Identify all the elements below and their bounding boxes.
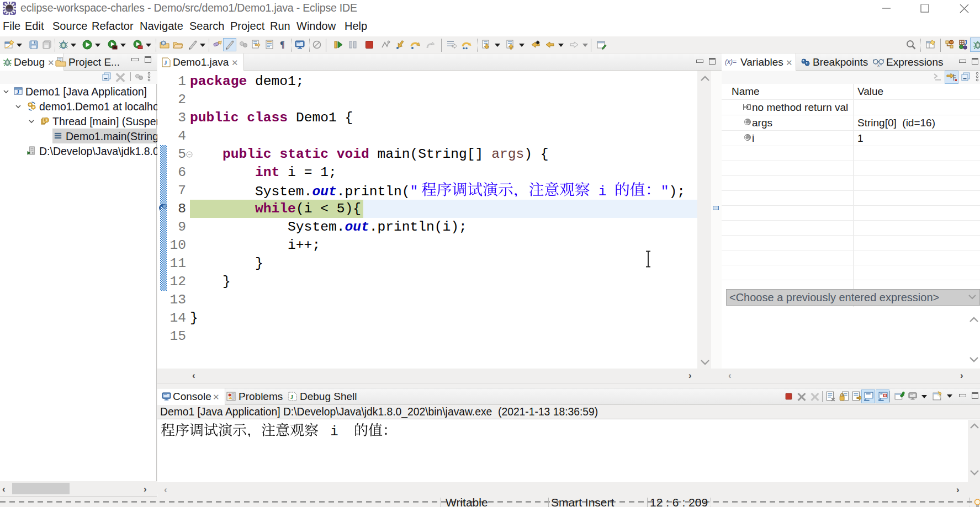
svg-text:J: J (164, 59, 167, 66)
svg-text:x=: x= (877, 63, 882, 67)
svg-text:¶: ¶ (280, 40, 285, 49)
svg-text:J: J (17, 89, 19, 95)
svg-text:J: J (290, 394, 293, 400)
svg-text:J: J (964, 40, 967, 46)
